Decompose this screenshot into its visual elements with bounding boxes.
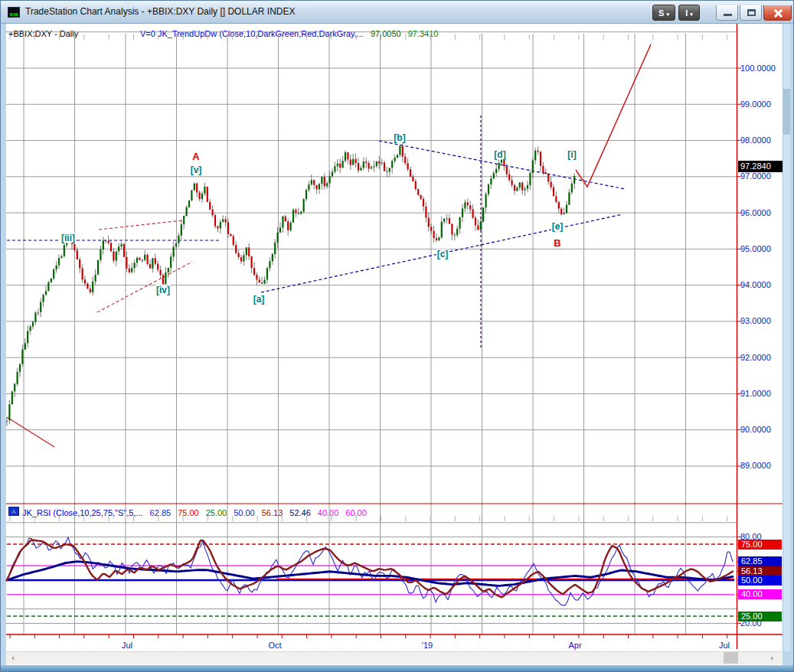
date-label: Jul	[122, 641, 132, 650]
interval-dropdown-button[interactable]: I▾	[678, 5, 700, 21]
wave-label: [d]	[493, 150, 506, 160]
chart-client-area[interactable]	[6, 24, 783, 665]
vertical-scroll-thumb[interactable]	[783, 89, 790, 135]
price-badge: 97.2840	[738, 161, 783, 172]
scroll-left-arrow-icon[interactable]: ‹	[8, 653, 18, 663]
date-label: '19	[422, 641, 433, 650]
tradestation-window: TradeStation Chart Analysis - +BBIX:DXY …	[0, 0, 794, 672]
horizontal-scroll-thumb[interactable]	[724, 652, 738, 664]
scroll-right-arrow-icon[interactable]: ›	[766, 653, 777, 663]
rsi-header-value: 50.00	[234, 508, 255, 517]
price-tick-label: 98.0000	[740, 135, 771, 145]
date-label: Oct	[268, 641, 281, 650]
symbol-label: +BBIX:DXY - Daily	[8, 29, 78, 38]
chevron-down-icon: ▾	[690, 11, 693, 17]
wave-label: [b]	[393, 133, 406, 143]
rsi-header-value: 56.13	[262, 508, 283, 517]
study-label: V=0 JK_TrendUpDw (Close,10,DarkGreen,Red…	[140, 29, 438, 38]
price-tick-label: 99.0000	[740, 99, 771, 109]
close-button[interactable]	[763, 5, 792, 21]
title-bar[interactable]: TradeStation Chart Analysis - +BBIX:DXY …	[1, 1, 793, 24]
status-dropdown-button[interactable]: S▾	[652, 5, 675, 21]
wave-label: [c]	[436, 250, 449, 259]
rsi-axis-badge: 75.00	[738, 540, 782, 550]
rsi-header-value: 75.00	[178, 508, 199, 517]
wave-label: [v]	[190, 165, 203, 175]
study-value: 97.0050	[371, 29, 401, 38]
rsi-indicator-icon[interactable]: A	[8, 507, 19, 516]
price-tick-label: 97.0000	[740, 171, 771, 181]
price-tick-label: 92.0000	[740, 353, 771, 362]
price-tick-label: 100.0000	[740, 64, 776, 73]
rsi-axis-badge: 40.00	[738, 589, 782, 599]
rsi-header-value: 60.00	[345, 508, 367, 517]
price-tick-label: 91.0000	[740, 389, 771, 398]
window-title: TradeStation Chart Analysis - +BBIX:DXY …	[25, 6, 295, 17]
study-value: 97.3410	[408, 29, 439, 38]
rsi-indicator-label: JK_RSI (Close,10,25,75,"S",5,...62.8575.…	[22, 508, 367, 517]
wave-label: [e]	[551, 222, 564, 232]
maximize-button[interactable]	[740, 5, 762, 21]
wave-label: B	[553, 238, 561, 248]
price-tick-label: 93.0000	[740, 316, 771, 325]
rsi-header-value: 62.85	[150, 508, 172, 517]
minimize-button[interactable]	[716, 5, 738, 21]
chevron-down-icon: ▾	[666, 11, 669, 17]
price-tick-label: 89.0000	[740, 461, 771, 470]
minimize-icon	[724, 14, 732, 16]
price-tick-label: 90.0000	[740, 425, 771, 434]
price-tick-label: 96.0000	[740, 208, 771, 217]
rsi-axis-badge: 50.00	[738, 576, 782, 586]
horizontal-scrollbar-track[interactable]	[6, 651, 783, 664]
wave-label: [iii]	[60, 233, 76, 243]
wave-label: A	[191, 152, 200, 161]
wave-label: [a]	[253, 295, 266, 305]
app-icon	[8, 7, 20, 18]
rsi-header-value: 25.00	[206, 508, 227, 517]
date-label: Jul	[719, 641, 730, 650]
price-tick-label: 94.0000	[740, 280, 771, 289]
rsi-header-value: 40.00	[318, 508, 339, 517]
price-tick-label: 95.0000	[740, 244, 771, 253]
rsi-header-value: 52.46	[289, 508, 311, 517]
window-bottom-frame	[1, 665, 794, 672]
wave-label: [iv]	[155, 285, 171, 295]
wave-label: [i]	[567, 150, 577, 160]
maximize-icon	[747, 9, 756, 16]
rsi-axis-badge: 62.85	[738, 556, 782, 566]
rsi-axis-badge: 25.00	[738, 612, 782, 621]
date-label: Apr	[568, 641, 581, 650]
